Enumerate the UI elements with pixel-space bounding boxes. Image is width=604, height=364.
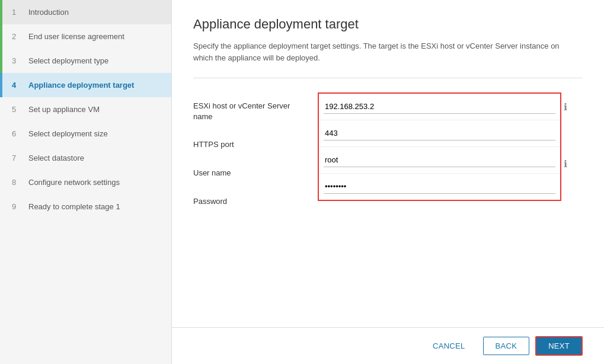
sidebar-item-3[interactable]: 4Appliance deployment target xyxy=(0,73,171,97)
sidebar-item-5[interactable]: 6Select deployment size xyxy=(0,122,171,146)
sidebar-item-0[interactable]: 1Introduction xyxy=(0,0,171,24)
step-label-4: Set up appliance VM xyxy=(28,105,100,114)
fields-column xyxy=(318,92,561,201)
info-cell-3 xyxy=(561,178,583,206)
cancel-button[interactable]: CANCEL xyxy=(421,337,477,355)
step-label-6: Select datastore xyxy=(28,154,84,162)
step-label-3: Appliance deployment target xyxy=(28,81,134,90)
footer: CANCEL BACK NEXT xyxy=(172,327,604,364)
input-2[interactable] xyxy=(324,153,555,167)
step-number-0: 1 xyxy=(12,8,24,17)
step-number-5: 6 xyxy=(12,129,24,138)
input-1[interactable] xyxy=(324,126,555,141)
label-1: HTTPS port xyxy=(193,130,318,159)
form-fields: ESXi host or vCenter Server nameHTTPS po… xyxy=(193,92,583,216)
page-description: Specify the appliance deployment target … xyxy=(193,40,561,63)
label-2: User name xyxy=(193,159,318,187)
step-label-8: Ready to complete stage 1 xyxy=(28,202,120,211)
field-wrapper-3 xyxy=(319,174,560,200)
main-content: Appliance deployment target Specify the … xyxy=(172,0,604,364)
sidebar-item-4[interactable]: 5Set up appliance VM xyxy=(0,97,171,122)
next-button[interactable]: NEXT xyxy=(535,336,583,356)
step-number-3: 4 xyxy=(12,81,24,90)
sidebar-item-6[interactable]: 7Select datastore xyxy=(0,146,171,170)
form-layout: ESXi host or vCenter Server nameHTTPS po… xyxy=(193,92,583,216)
step-label-2: Select deployment type xyxy=(28,56,108,65)
input-0[interactable] xyxy=(324,100,555,114)
sidebar-item-1[interactable]: 2End user license agreement xyxy=(0,24,171,49)
sidebar: 1Introduction2End user license agreement… xyxy=(0,0,172,364)
content-area: Appliance deployment target Specify the … xyxy=(172,0,604,327)
info-cell-1 xyxy=(561,121,583,149)
info-cell-0: ℹ xyxy=(561,92,583,121)
label-0: ESXi host or vCenter Server name xyxy=(193,92,318,130)
page-title: Appliance deployment target xyxy=(193,17,583,32)
labels-column: ESXi host or vCenter Server nameHTTPS po… xyxy=(193,92,318,216)
field-wrapper-0 xyxy=(319,94,560,120)
sidebar-item-2[interactable]: 3Select deployment type xyxy=(0,49,171,73)
sidebar-item-7[interactable]: 8Configure network settings xyxy=(0,170,171,194)
field-wrapper-2 xyxy=(319,147,560,174)
divider xyxy=(193,78,583,78)
info-column: ℹℹ xyxy=(561,92,583,206)
sidebar-item-8[interactable]: 9Ready to complete stage 1 xyxy=(0,194,171,219)
step-label-1: End user license agreement xyxy=(28,32,124,41)
step-number-6: 7 xyxy=(12,154,24,162)
step-number-1: 2 xyxy=(12,32,24,41)
step-number-7: 8 xyxy=(12,178,24,187)
back-button[interactable]: BACK xyxy=(483,337,530,355)
step-number-4: 5 xyxy=(12,105,24,114)
field-wrapper-1 xyxy=(319,120,560,147)
step-number-8: 9 xyxy=(12,202,24,211)
info-cell-2: ℹ xyxy=(561,149,583,178)
step-label-5: Select deployment size xyxy=(28,129,108,138)
info-icon-0[interactable]: ℹ xyxy=(564,101,567,113)
step-number-2: 3 xyxy=(12,56,24,65)
input-3[interactable] xyxy=(324,180,555,194)
form: ESXi host or vCenter Server nameHTTPS po… xyxy=(193,92,583,216)
step-label-7: Configure network settings xyxy=(28,178,120,187)
step-label-0: Introduction xyxy=(28,8,69,17)
info-icon-2[interactable]: ℹ xyxy=(564,158,567,170)
label-3: Password xyxy=(193,187,318,216)
